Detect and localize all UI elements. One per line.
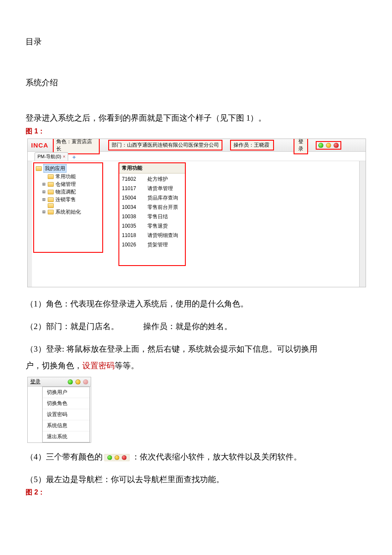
function-row[interactable]: 15004货品库存查询	[122, 193, 184, 202]
explain-3-line2: 户，切换角色，设置密码等等。	[26, 358, 366, 374]
explain-2b: 操作员：就是你的姓名。	[143, 322, 232, 331]
explain-3-line2b: 等等。	[115, 361, 139, 370]
close-icon[interactable]	[83, 379, 88, 384]
context-menu-item[interactable]: 切换用户	[43, 387, 89, 398]
app-body: 我的应用 常用功能⊞仓储管理⊞物流调配⊞连锁零售⊞系统初始化 常用功能 7160…	[28, 161, 366, 287]
maximize-icon	[115, 455, 119, 460]
tree-item[interactable]: ⊞连锁零售	[36, 196, 101, 203]
function-code: 15004	[122, 193, 141, 202]
explain-3-line2a: 户，切换角色，	[26, 361, 82, 370]
scrollbar-vertical[interactable]	[359, 161, 366, 287]
function-name: 零售退货	[147, 221, 168, 231]
tree-expand-icon[interactable]: ⊞	[42, 208, 46, 216]
function-name: 请货明细查询	[147, 231, 178, 240]
screenshot-figure-1: INCA 角色：直营店店长 部门：山西亨通医药连锁有限公司医保堂分公司 操作员：…	[27, 139, 366, 287]
function-name: 处方维护	[147, 174, 168, 184]
maximize-icon[interactable]	[326, 143, 331, 148]
context-menu-item[interactable]: 系统信息	[43, 420, 89, 431]
function-row[interactable]: 10038零售日结	[122, 212, 184, 221]
tree-root-label: 我的应用	[43, 164, 66, 173]
common-functions-panel: 常用功能 71602处方维护11017请货单管理15004货品库存查询10034…	[118, 162, 186, 266]
tab-pm-nav[interactable]: PM-导航(0) ×	[35, 152, 68, 161]
minimize-icon[interactable]	[68, 379, 73, 384]
function-name: 零售日结	[147, 212, 168, 221]
section-heading: 系统介绍	[26, 77, 366, 88]
tree-item-label: 系统初始化	[55, 208, 81, 216]
function-name: 请货单管理	[147, 184, 173, 193]
tree-item[interactable]: 常用功能	[36, 173, 101, 180]
context-menu: 切换用户切换角色设置密码系统信息退出系统	[42, 387, 90, 442]
function-code: 10034	[122, 202, 141, 212]
explain-4b: ：依次代表缩小软件，放大软件以及关闭软件。	[132, 452, 302, 461]
figure-2-label: 图 2：	[26, 488, 366, 497]
folder-icon	[48, 203, 54, 208]
explain-1: （1）角色：代表现在你登录进入系统后，使用的是什么角色。	[26, 296, 366, 312]
header-login-button[interactable]: 登录	[294, 139, 308, 154]
function-code: 71602	[122, 174, 141, 184]
function-name: 零售前台开票	[147, 202, 178, 212]
common-functions-list: 71602处方维护11017请货单管理15004货品库存查询10034零售前台开…	[119, 173, 185, 249]
folder-icon	[36, 166, 42, 171]
function-code: 11017	[122, 184, 141, 193]
function-name: 货品库存查询	[147, 193, 178, 202]
figure-1-label: 图 1：	[26, 127, 366, 136]
function-row[interactable]: 10035零售退货	[122, 221, 184, 231]
left-gutter	[28, 161, 32, 287]
explain-3-line1: （3）登录: 将鼠标放在登录上面，然后右键，系统就会提示如下信息。可以切换用	[26, 341, 366, 358]
function-name: 货架管理	[147, 240, 168, 249]
tree-item-label: 连锁零售	[55, 196, 76, 203]
header-operator-field: 操作员：王晓霞	[230, 140, 274, 150]
tree-item-label: 物流调配	[55, 188, 76, 196]
app-logo: INCA	[30, 142, 49, 149]
context-menu-item[interactable]: 切换角色	[43, 398, 89, 409]
ctx-login-label[interactable]: 登录	[30, 378, 40, 385]
tree-item[interactable]: ⊞仓储管理	[36, 180, 101, 188]
explain-5: （5）最左边是导航栏：你可以去导航栏里面查找功能。	[26, 471, 366, 488]
maximize-icon[interactable]	[75, 379, 81, 384]
minimize-icon	[107, 455, 112, 460]
folder-icon	[48, 197, 54, 202]
function-row[interactable]: 10034零售前台开票	[122, 202, 184, 212]
ctx-header: 登录	[28, 377, 91, 387]
tree-item-label: 常用功能	[55, 173, 76, 180]
folder-icon	[48, 182, 54, 187]
function-code: 11018	[122, 231, 141, 240]
toc-heading: 目录	[26, 36, 366, 47]
folder-icon	[48, 174, 54, 179]
function-code: 10026	[122, 240, 141, 249]
tab-close-icon[interactable]: ×	[63, 154, 66, 159]
tree-expand-icon[interactable]: ⊞	[42, 196, 46, 203]
close-icon	[122, 455, 127, 460]
tree-item[interactable]	[36, 203, 101, 208]
function-row[interactable]: 71602处方维护	[122, 174, 184, 184]
tree-root[interactable]: 我的应用	[36, 164, 101, 173]
explain-3-highlight: 设置密码	[82, 361, 115, 370]
context-menu-item[interactable]: 退出系统	[43, 431, 89, 442]
explain-2a: （2）部门：就是门店名。	[26, 322, 119, 331]
common-functions-header: 常用功能	[119, 163, 185, 173]
window-buttons-group	[316, 141, 341, 150]
tab-label: PM-导航(0)	[37, 153, 61, 160]
header-department-field: 部门：山西亨通医药连锁有限公司医保堂分公司	[108, 140, 222, 150]
close-icon[interactable]	[334, 143, 339, 148]
context-menu-item[interactable]: 设置密码	[43, 409, 89, 420]
function-row[interactable]: 11018请货明细查询	[122, 231, 184, 240]
function-code: 10038	[122, 212, 141, 221]
minimize-icon[interactable]	[318, 143, 323, 148]
context-menu-screenshot: 登录 切换用户切换角色设置密码系统信息退出系统	[27, 377, 91, 443]
function-code: 10035	[122, 221, 141, 231]
tree-expand-icon[interactable]: ⊞	[42, 188, 46, 196]
folder-icon	[48, 190, 54, 194]
inline-window-buttons	[104, 454, 130, 461]
function-row[interactable]: 11017请货单管理	[122, 184, 184, 193]
app-header: INCA 角色：直营店店长 部门：山西亨通医药连锁有限公司医保堂分公司 操作员：…	[28, 139, 366, 152]
tab-add-icon[interactable]: ✦	[70, 154, 78, 161]
nav-tree-panel: 我的应用 常用功能⊞仓储管理⊞物流调配⊞连锁零售⊞系统初始化	[33, 162, 103, 253]
tree-item[interactable]: ⊞物流调配	[36, 188, 101, 196]
explain-4: （4）三个带有颜色的 ：依次代表缩小软件，放大软件以及关闭软件。	[26, 449, 366, 465]
function-row[interactable]: 10026货架管理	[122, 240, 184, 249]
folder-icon	[48, 210, 54, 214]
tree-expand-icon[interactable]: ⊞	[42, 180, 46, 188]
explain-2: （2）部门：就是门店名。 操作员：就是你的姓名。	[26, 318, 366, 335]
tree-item[interactable]: ⊞系统初始化	[36, 208, 101, 216]
